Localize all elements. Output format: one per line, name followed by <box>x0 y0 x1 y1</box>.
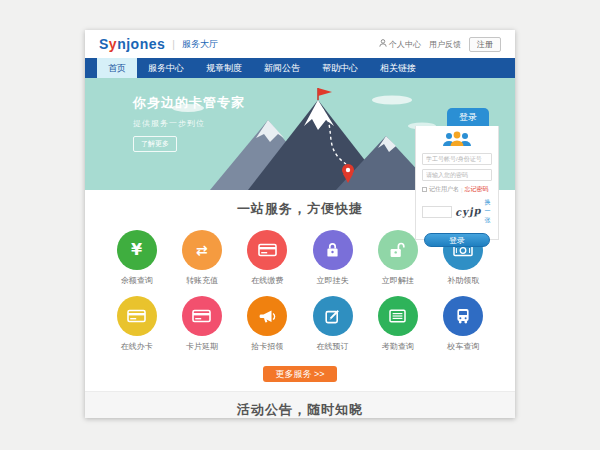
main-nav: 首页服务中心规章制度新闻公告帮助中心相关链接 <box>85 58 515 78</box>
bus-icon <box>443 296 483 336</box>
hero-copy: 你身边的卡管专家 提供服务一步到位 了解更多 <box>133 94 245 152</box>
login-options: 记住用户名 | 忘记密码 <box>422 185 492 194</box>
person-icon <box>379 39 387 49</box>
card-icon <box>247 230 287 270</box>
hero-banner: 你身边的卡管专家 提供服务一步到位 了解更多 登录 记住用户名 | 忘记密码 <box>85 78 515 190</box>
nav-item-规章制度[interactable]: 规章制度 <box>195 58 253 78</box>
login-submit-button[interactable]: 登录 <box>424 233 490 247</box>
logo-text-2: njones <box>117 36 165 52</box>
card-icon <box>182 296 222 336</box>
remember-label: 记住用户名 <box>429 185 459 194</box>
logo-accent: y <box>109 36 117 52</box>
service-label: 立即解挂 <box>382 275 414 286</box>
service-label: 在线办卡 <box>121 341 153 352</box>
forgot-password-link[interactable]: 忘记密码 <box>465 185 489 194</box>
service-label: 卡片延期 <box>186 341 218 352</box>
service-label: 立即挂失 <box>317 275 349 286</box>
header: Synjones | 服务大厅 个人中心用户反馈注册 <box>85 30 515 58</box>
captcha-input[interactable] <box>422 206 452 218</box>
service-label: 考勤查询 <box>382 341 414 352</box>
logo-text: S <box>99 36 109 52</box>
service-item-在线缴费[interactable]: 在线缴费 <box>235 230 300 286</box>
service-item-立即挂失[interactable]: 立即挂失 <box>300 230 365 286</box>
nav-item-新闻公告[interactable]: 新闻公告 <box>253 58 311 78</box>
services-grid: ¥余额查询⇄转账充值在线缴费立即挂失立即解挂补助领取在线办卡卡片延期拾卡招领在线… <box>104 230 496 362</box>
service-label: 补助领取 <box>447 275 479 286</box>
edit-icon <box>313 296 353 336</box>
site-subtitle: 服务大厅 <box>182 38 218 51</box>
logo[interactable]: Synjones <box>99 36 165 52</box>
service-label: 在线预订 <box>317 341 349 352</box>
list-icon <box>378 296 418 336</box>
header-link-0[interactable]: 个人中心 <box>379 39 421 50</box>
service-item-拾卡招领[interactable]: 拾卡招领 <box>235 296 300 352</box>
megaphone-icon <box>247 296 287 336</box>
header-link-label: 用户反馈 <box>429 39 461 50</box>
transfer-icon: ⇄ <box>182 230 222 270</box>
service-item-余额查询[interactable]: ¥余额查询 <box>104 230 169 286</box>
service-item-转账充值[interactable]: ⇄转账充值 <box>169 230 234 286</box>
service-item-考勤查询[interactable]: 考勤查询 <box>365 296 430 352</box>
hero-subtitle: 提供服务一步到位 <box>133 118 245 129</box>
lock-icon <box>313 230 353 270</box>
more-services-button[interactable]: 更多服务 >> <box>263 366 337 382</box>
card-icon <box>117 296 157 336</box>
nav-item-首页[interactable]: 首页 <box>97 58 137 78</box>
options-separator: | <box>461 187 463 193</box>
username-input[interactable] <box>422 153 492 165</box>
announcements-section: 活动公告，随时知晓 使用指南最新公告更多>>使用指南更多>> <box>85 391 515 418</box>
service-label: 余额查询 <box>121 275 153 286</box>
register-button[interactable]: 注册 <box>469 37 501 52</box>
yen-icon: ¥ <box>117 230 157 270</box>
service-label: 拾卡招领 <box>251 341 283 352</box>
service-item-在线预订[interactable]: 在线预订 <box>300 296 365 352</box>
remember-checkbox[interactable] <box>422 187 427 192</box>
nav-item-相关链接[interactable]: 相关链接 <box>369 58 427 78</box>
password-input[interactable] <box>422 169 492 181</box>
users-icon <box>422 131 492 149</box>
unlock-icon <box>378 230 418 270</box>
header-link-label: 个人中心 <box>389 39 421 50</box>
logo-divider: | <box>172 39 175 50</box>
hero-title: 你身边的卡管专家 <box>133 94 245 112</box>
service-label: 转账充值 <box>186 275 218 286</box>
captcha-refresh-link[interactable]: 换一张 <box>485 198 492 225</box>
service-item-卡片延期[interactable]: 卡片延期 <box>169 296 234 352</box>
captcha-row: cyjp 换一张 <box>422 198 492 225</box>
login-panel: 记住用户名 | 忘记密码 cyjp 换一张 登录 <box>415 126 499 240</box>
login-tab[interactable]: 登录 <box>447 108 489 126</box>
service-item-校车查询[interactable]: 校车查询 <box>430 296 495 352</box>
header-links: 个人中心用户反馈注册 <box>379 37 501 52</box>
service-item-在线办卡[interactable]: 在线办卡 <box>104 296 169 352</box>
nav-item-帮助中心[interactable]: 帮助中心 <box>311 58 369 78</box>
service-label: 在线缴费 <box>251 275 283 286</box>
hero-more-button[interactable]: 了解更多 <box>133 136 177 152</box>
service-label: 校车查询 <box>447 341 479 352</box>
announcements-title: 活动公告，随时知晓 <box>85 401 515 418</box>
captcha-image: cyjp <box>455 205 482 218</box>
page: Synjones | 服务大厅 个人中心用户反馈注册 首页服务中心规章制度新闻公… <box>85 30 515 418</box>
nav-item-服务中心[interactable]: 服务中心 <box>137 58 195 78</box>
header-link-1[interactable]: 用户反馈 <box>429 39 461 50</box>
